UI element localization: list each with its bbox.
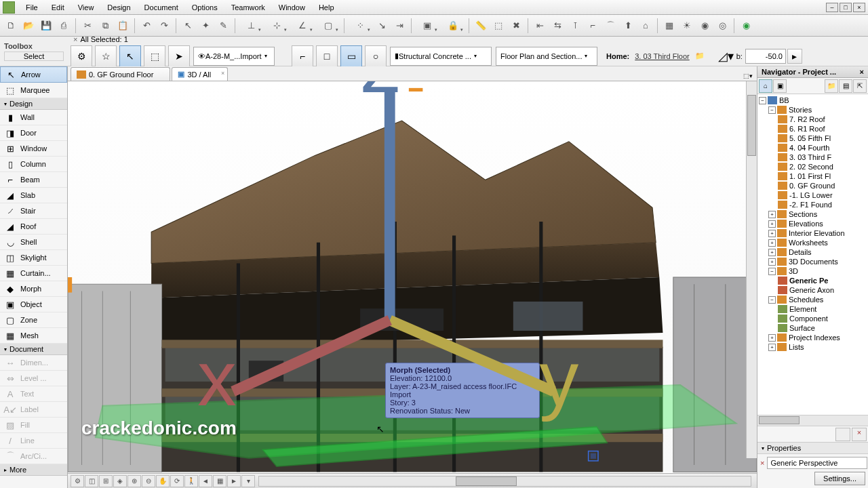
pick-icon[interactable]: ↖: [180, 18, 196, 34]
render-icon[interactable]: ◉: [696, 18, 713, 34]
properties-header[interactable]: Properties: [757, 442, 868, 454]
elem-icon[interactable]: ⬚: [144, 45, 165, 67]
nav-story[interactable]: 5. 05 Fifth Fl: [759, 134, 867, 143]
nav-group[interactable]: +Interior Elevation: [759, 228, 867, 238]
navigator-tree[interactable]: −BB −Stories 7. R2 Roof6. R1 Roof5. 05 F…: [757, 94, 868, 415]
nav-schedule-item[interactable]: Component: [759, 314, 867, 323]
favorite-icon[interactable]: ☆: [95, 45, 117, 67]
snap-grid-icon[interactable]: ⊹: [264, 18, 289, 34]
tool-shell[interactable]: ◡Shell: [0, 235, 67, 250]
paste-icon[interactable]: 📋: [115, 18, 131, 34]
navigator-close-icon[interactable]: ×: [860, 68, 864, 76]
horizontal-scrollbar[interactable]: [258, 476, 751, 487]
tool-arrow[interactable]: ↖Arrow: [0, 66, 67, 83]
nav-story[interactable]: 4. 04 Fourth: [759, 143, 867, 152]
settings-icon[interactable]: ⚙: [71, 45, 92, 67]
nav-group[interactable]: +3D Documents: [759, 257, 867, 266]
geom3-icon[interactable]: ▭: [340, 45, 362, 67]
tool-beam[interactable]: ⌐Beam: [0, 172, 67, 188]
material-combo[interactable]: ▮ Structural Concrete ...▾: [390, 47, 492, 66]
tool-morph[interactable]: ◆Morph: [0, 281, 67, 297]
new-icon[interactable]: 🗋: [3, 18, 19, 34]
nav-hscroll[interactable]: [757, 415, 868, 426]
record-icon[interactable]: ◉: [738, 18, 754, 34]
folder-icon[interactable]: 📁: [695, 52, 705, 60]
tool-door[interactable]: ◨Door: [0, 125, 67, 141]
geom2-icon[interactable]: □: [316, 45, 338, 67]
vb-options-icon[interactable]: ⚙: [71, 475, 84, 487]
tool-stair[interactable]: ⟋Stair: [0, 203, 67, 219]
close-button[interactable]: ×: [853, 3, 865, 12]
vb-orbit-icon[interactable]: ⟳: [170, 475, 184, 487]
plan-combo[interactable]: Floor Plan and Section...▾: [496, 47, 597, 66]
prop-del-icon[interactable]: ×: [760, 459, 764, 467]
angle-icon[interactable]: ◿▾: [718, 49, 734, 64]
tool-object[interactable]: ▣Object: [0, 297, 67, 312]
copy-icon[interactable]: ⧉: [97, 18, 113, 34]
tool-skylight[interactable]: ◫Skylight: [0, 250, 67, 266]
layer-combo[interactable]: 👁 A-28-M_...Import▾: [193, 47, 275, 66]
nav-group[interactable]: +Worksheets: [759, 238, 867, 247]
nav-story[interactable]: 2. 02 Second: [759, 162, 867, 171]
settings-button[interactable]: Settings...: [814, 472, 865, 485]
properties-name-input[interactable]: [767, 457, 867, 469]
vb-zoomout-icon[interactable]: ⊖: [142, 475, 155, 487]
close-tab-icon[interactable]: ×: [221, 70, 224, 77]
section-document[interactable]: Document: [0, 344, 67, 355]
tab-3d-all[interactable]: ▣3D / All×: [172, 67, 228, 81]
close-icon[interactable]: ×: [71, 35, 80, 43]
edit-icon[interactable]: ✎: [215, 18, 231, 34]
tool-window[interactable]: ⊞Window: [0, 141, 67, 157]
tool-fill[interactable]: ▨Fill: [0, 418, 67, 433]
menu-edit[interactable]: Edit: [45, 1, 71, 14]
menu-file[interactable]: File: [19, 1, 45, 14]
vb-prev-icon[interactable]: ◄: [199, 475, 212, 487]
tool-arcci[interactable]: ⌒Arc/Ci...: [0, 449, 67, 464]
3d-viewport[interactable]: Morph (Selected) Elevation: 12100.0 Laye…: [68, 81, 757, 473]
sun-icon[interactable]: ☀: [679, 18, 695, 34]
rel-icon[interactable]: ↘: [374, 18, 390, 34]
vb-layer-icon[interactable]: ◫: [85, 475, 98, 487]
vb-view-icon[interactable]: ▦: [213, 475, 226, 487]
nav-story[interactable]: -2. F1 Found: [759, 200, 867, 209]
cut-icon[interactable]: ✂: [79, 18, 96, 34]
menu-help[interactable]: Help: [312, 1, 341, 14]
nav-view-icon[interactable]: ▣: [773, 79, 787, 93]
tool-column[interactable]: ▯Column: [0, 157, 67, 172]
save-icon[interactable]: 💾: [38, 18, 54, 34]
menu-window[interactable]: Window: [272, 1, 312, 14]
vb-extra-icon[interactable]: ▾: [241, 475, 255, 487]
snap-guide-icon[interactable]: ⊥: [239, 18, 263, 34]
group-icon[interactable]: ▣: [415, 18, 439, 34]
vb-next-icon[interactable]: ►: [227, 475, 241, 487]
nav-folder-icon[interactable]: 📁: [825, 79, 838, 93]
geom4-icon[interactable]: ○: [365, 45, 387, 67]
nav-delete-icon[interactable]: ×: [852, 428, 867, 441]
nav-pub-icon[interactable]: ⇱: [853, 79, 867, 93]
measure-icon[interactable]: 📏: [473, 18, 489, 34]
nav-story[interactable]: 6. R1 Roof: [759, 124, 867, 134]
transform-icon[interactable]: ⊺: [567, 18, 583, 34]
tool-label[interactable]: A↙Label: [0, 402, 67, 418]
menu-design[interactable]: Design: [100, 1, 137, 14]
nav-story[interactable]: 1. 01 First Fl: [759, 171, 867, 181]
distribute-icon[interactable]: ⇆: [549, 18, 566, 34]
tool-wall[interactable]: ▮Wall: [0, 110, 67, 125]
tool-zone[interactable]: ▢Zone: [0, 312, 67, 328]
tab-ground-floor[interactable]: 0. GF Ground Floor: [71, 67, 170, 81]
undo-icon[interactable]: ↶: [138, 18, 155, 34]
geom1-icon[interactable]: ⌐: [292, 45, 313, 67]
ko-icon[interactable]: ✖: [508, 18, 524, 34]
grid-snap-icon[interactable]: ⁘: [348, 18, 372, 34]
tab-menu-icon[interactable]: ⬚▾: [739, 71, 757, 81]
nav-story[interactable]: -1. LG Lower: [759, 190, 867, 200]
wand-icon[interactable]: ✦: [197, 18, 214, 34]
elevate-icon[interactable]: ⬆: [620, 18, 636, 34]
tool-slab[interactable]: ◢Slab: [0, 188, 67, 203]
tool-dimen[interactable]: ↔Dimen...: [0, 355, 67, 371]
axis-widget[interactable]: z y x: [68, 81, 738, 427]
nav-story[interactable]: 3. 03 Third F: [759, 152, 867, 162]
open-icon[interactable]: 📂: [20, 18, 37, 34]
tool-marquee[interactable]: ⬚Marquee: [0, 83, 67, 98]
arrow-icon[interactable]: ➤: [168, 45, 190, 67]
